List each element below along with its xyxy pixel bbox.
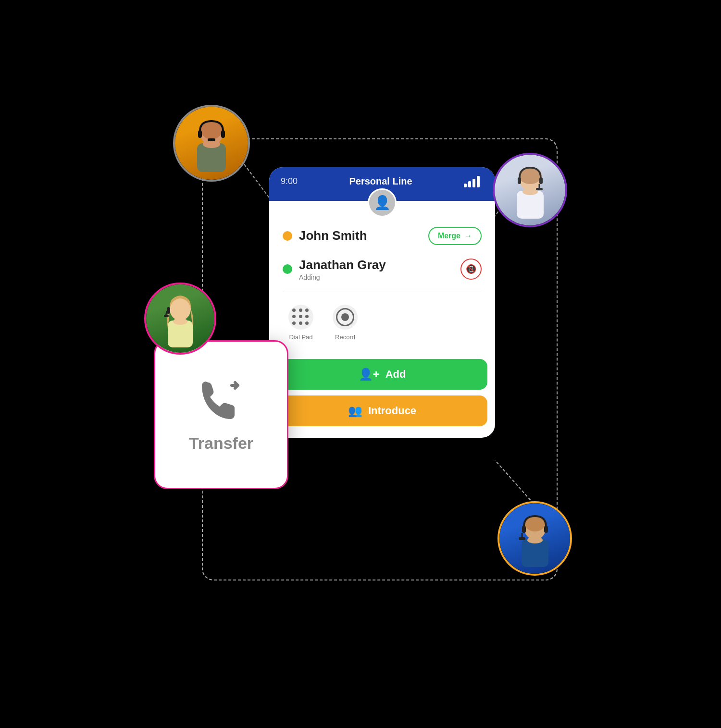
dialpad-grid <box>292 308 310 326</box>
phone-line-label: Personal Line <box>349 176 412 187</box>
introduce-icon: 👥 <box>348 404 362 418</box>
arrow-icon: → <box>464 232 472 240</box>
svg-rect-9 <box>208 138 215 141</box>
introduce-button[interactable]: 👥 Introduce <box>277 395 487 426</box>
caller-left-john: John Smith <box>283 228 367 243</box>
caller-info-janathan: Janathan Gray Adding <box>299 258 386 281</box>
svg-point-6 <box>203 140 220 148</box>
svg-point-27 <box>527 537 543 543</box>
caller-row-janathan: Janathan Gray Adding 📵 <box>283 256 482 283</box>
status-dot-green <box>283 264 292 274</box>
phone-end-icon: 📵 <box>466 264 476 274</box>
record-icon-inner <box>341 313 349 321</box>
main-scene: 9:00 Personal Line 👤 <box>144 100 577 629</box>
svg-rect-21 <box>167 307 170 314</box>
end-call-button[interactable]: 📵 <box>460 259 482 280</box>
dial-pad-icon-circle <box>288 305 313 330</box>
action-icons-row: Dial Pad Record <box>283 300 482 345</box>
svg-point-20 <box>173 318 187 325</box>
merge-button[interactable]: Merge → <box>428 227 482 245</box>
dial-pad-label: Dial Pad <box>289 333 312 341</box>
svg-rect-8 <box>221 130 225 138</box>
svg-rect-17 <box>536 188 543 190</box>
record-label: Record <box>335 333 355 341</box>
transfer-label: Transfer <box>189 434 253 453</box>
person-icon: 👤 <box>374 195 391 210</box>
svg-point-13 <box>522 188 538 195</box>
caller-left-janathan: Janathan Gray Adding <box>283 258 386 281</box>
phone-card: 9:00 Personal Line 👤 <box>269 167 495 438</box>
svg-rect-14 <box>518 177 521 184</box>
record-icon-circle <box>333 305 358 330</box>
caller-row-john: John Smith Merge → <box>283 225 482 247</box>
big-buttons-section: 👤+ Add 👥 Introduce <box>269 355 495 438</box>
avatar-man-top <box>173 105 250 182</box>
avatar-man-bottom-right <box>497 501 572 576</box>
header-right <box>464 176 484 187</box>
divider <box>283 292 482 292</box>
svg-rect-23 <box>164 315 169 317</box>
record-icon-outer <box>336 308 354 326</box>
add-person-icon: 👤+ <box>359 368 380 381</box>
svg-rect-15 <box>539 177 543 184</box>
caller-name-john: John Smith <box>299 228 367 243</box>
transfer-card[interactable]: Transfer <box>154 340 288 489</box>
svg-rect-7 <box>198 130 202 138</box>
avatar-woman-top-right <box>493 153 567 227</box>
transfer-phone-icon <box>197 377 245 426</box>
phone-body: 👤 John Smith Merge → <box>269 201 495 355</box>
contact-avatar: 👤 <box>368 188 397 217</box>
avatar-woman-left <box>144 283 216 355</box>
add-button[interactable]: 👤+ Add <box>277 359 487 390</box>
dial-pad-item[interactable]: Dial Pad <box>288 305 313 341</box>
record-item[interactable]: Record <box>333 305 358 341</box>
svg-rect-29 <box>544 526 548 533</box>
signal-icon <box>464 176 480 187</box>
status-dot-orange <box>283 231 292 241</box>
phone-time: 9:00 <box>281 176 298 186</box>
svg-rect-31 <box>519 537 525 540</box>
svg-rect-28 <box>522 526 526 533</box>
